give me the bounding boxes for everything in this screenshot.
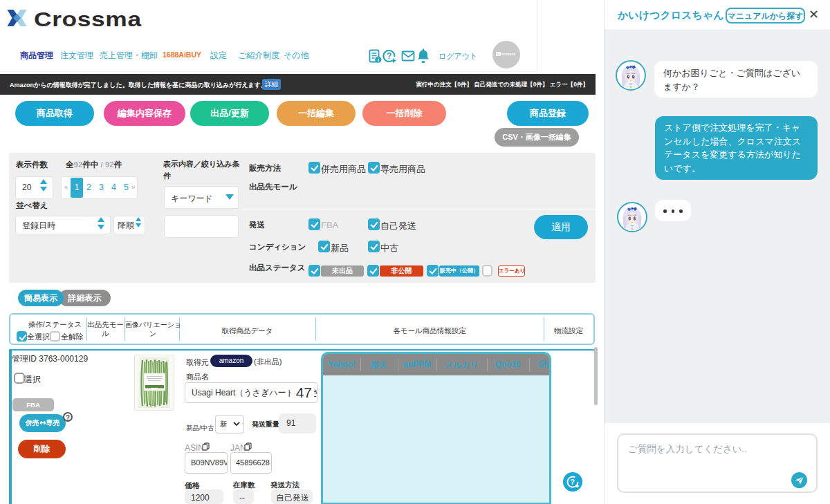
svg-text:i: i (378, 57, 379, 63)
svg-text:?: ? (570, 478, 575, 486)
svg-text:?: ? (387, 51, 391, 61)
